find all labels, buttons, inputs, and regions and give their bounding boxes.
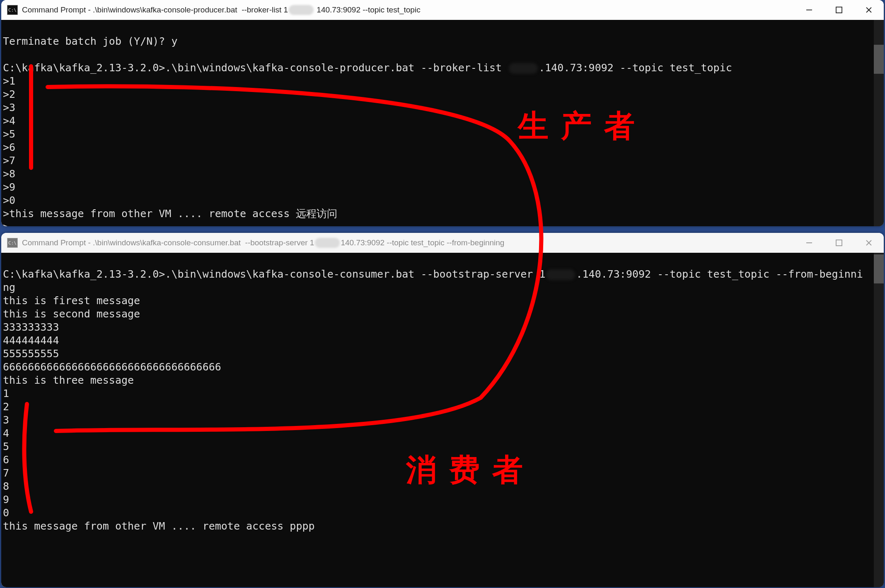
terminal-line: >7 [3,155,15,167]
terminal-line: 3 [3,414,9,426]
terminal-line: >4 [3,115,15,127]
terminal-line: 333333333 [3,321,59,333]
terminal-line: >2 [3,88,15,100]
window-controls [794,0,884,20]
terminal-line: 1 [3,387,9,399]
terminal-line: 5 [3,440,9,452]
terminal-line: Terminate batch job (Y/N)? y [3,35,177,47]
terminal-line: >9 [3,181,15,193]
terminal-line: this is second message [3,308,140,320]
redacted-ip-mask [509,63,538,74]
close-button[interactable] [854,233,884,253]
svg-rect-5 [836,240,842,246]
terminal-line: 66666666666666666666666666666666666 [3,361,221,373]
terminal-line: 4 [3,427,9,439]
scrollbar-thumb[interactable] [874,45,884,74]
terminal-line: this is three message [3,374,134,386]
terminal-line: 9 [3,494,9,506]
terminal-line: >8 [3,168,15,180]
minimize-button[interactable] [794,233,824,253]
window-controls [794,233,884,253]
svg-rect-1 [836,7,842,13]
consumer-title-suffix: 140.73:9092 --topic test_topic --from-be… [341,238,504,247]
terminal-line: 555555555 [3,348,59,360]
terminal-line: 6 [3,454,9,466]
terminal-line: > [3,221,9,226]
consumer-window: C:\ Command Prompt - .\bin\windows\kafka… [1,233,884,587]
terminal-line: >6 [3,141,15,153]
terminal-line: 8 [3,480,9,492]
terminal-cmd-post: .140.73:9092 --topic test_topic [539,62,732,74]
terminal-line: >3 [3,102,15,114]
terminal-path: C:\kafka\kafka_2.13-3.2.0> [3,62,165,74]
terminal-cmd-pre: .\bin\windows\kafka-console-producer.bat… [165,62,508,74]
producer-terminal[interactable]: Terminate batch job (Y/N)? y C:\kafka\ka… [1,20,884,226]
terminal-line: >0 [3,194,15,206]
terminal-line: >5 [3,128,15,140]
maximize-button[interactable] [824,0,854,20]
terminal-path: C:\kafka\kafka_2.13-3.2.0> [3,268,165,280]
scrollbar-track[interactable] [874,253,884,587]
producer-window: C:\ Command Prompt - .\bin\windows\kafka… [1,0,884,226]
consumer-title-prefix: Command Prompt - .\bin\windows\kafka-con… [22,238,314,247]
producer-titlebar[interactable]: C:\ Command Prompt - .\bin\windows\kafka… [1,0,884,20]
scrollbar-track[interactable] [874,20,884,226]
terminal-line: 0 [3,507,9,519]
cmd-icon: C:\ [7,5,18,15]
terminal-cmd-post: .140.73:9092 --topic test_topic --from-b… [576,268,863,280]
close-button[interactable] [854,0,884,20]
cmd-icon: C:\ [7,238,18,248]
consumer-terminal[interactable]: C:\kafka\kafka_2.13-3.2.0>.\bin\windows\… [1,253,884,587]
terminal-line: 2 [3,401,9,413]
minimize-button[interactable] [794,0,824,20]
redacted-ip-mask [546,269,575,280]
terminal-line: >this message from other VM .... remote … [3,208,337,220]
redacted-ip-mask [289,5,314,15]
terminal-line: 7 [3,467,9,479]
terminal-line: this is firest message [3,295,140,307]
terminal-line: this message from other VM .... remote a… [3,520,315,532]
terminal-line: >1 [3,75,15,87]
terminal-line: ng [3,281,15,293]
terminal-line: 444444444 [3,334,59,346]
producer-title-prefix: Command Prompt - .\bin\windows\kafka-con… [22,5,288,15]
redacted-ip-mask [315,238,340,248]
consumer-titlebar[interactable]: C:\ Command Prompt - .\bin\windows\kafka… [1,233,884,253]
terminal-cmd-pre: .\bin\windows\kafka-console-consumer.bat… [165,268,545,280]
scrollbar-thumb[interactable] [874,254,884,283]
producer-title-suffix: 140.73:9092 --topic test_topic [314,5,421,15]
maximize-button[interactable] [824,233,854,253]
